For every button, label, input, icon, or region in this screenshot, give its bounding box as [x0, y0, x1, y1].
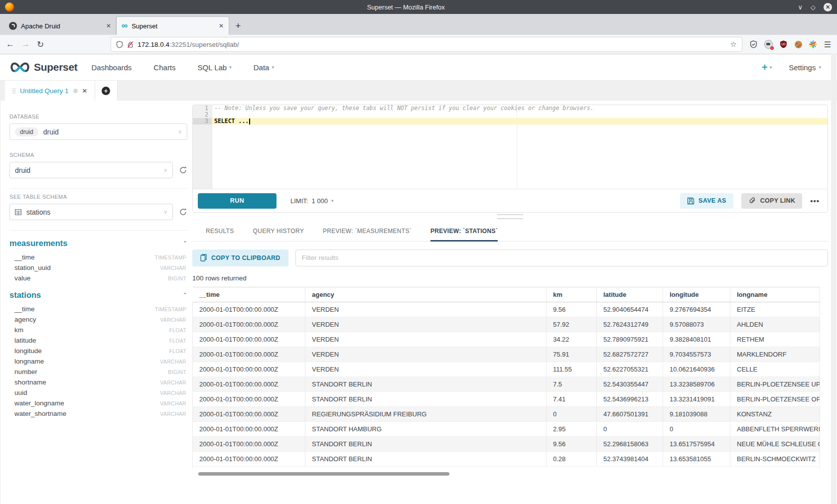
superset-brand: Superset [34, 61, 77, 73]
table-row[interactable]: 2000-01-01T00:00:00.000Z STANDORT BERLIN… [193, 436, 820, 451]
nav-dashboards[interactable]: Dashboards [91, 63, 132, 72]
table-row[interactable]: 2000-01-01T00:00:00.000Z VERDEN 57.92 52… [193, 317, 820, 332]
page-scrollbar-track[interactable] [831, 53, 837, 504]
pinwheel-extension-icon[interactable] [809, 40, 818, 49]
browser-tab-apache-druid[interactable]: Apache Druid ✕ [4, 17, 117, 35]
cell-latitude: 52.7890975921 [597, 332, 663, 347]
table-row[interactable]: 2000-01-01T00:00:00.000Z VERDEN 75.91 52… [193, 347, 820, 362]
cell-time: 2000-01-01T00:00:00.000Z [193, 377, 305, 391]
cell-latitude: 52.5436996213 [597, 391, 663, 406]
column-header[interactable]: latitude [597, 287, 663, 302]
collapse-chevron-icon[interactable]: ⌃ [183, 240, 187, 247]
column-header[interactable]: km [547, 287, 597, 302]
cookie-extension-icon[interactable] [794, 40, 803, 49]
ublock-extension-icon[interactable]: U0 [779, 40, 788, 49]
cell-longname: NEUE MÜHLE SCHLEUSE OP [730, 436, 820, 451]
pane-splitter[interactable] [192, 213, 828, 221]
tab-close-icon[interactable]: ✕ [219, 22, 224, 29]
table-select[interactable]: stations ∨ [9, 204, 173, 220]
mask-extension-icon[interactable]: x [764, 40, 773, 49]
clipped-table-row [192, 467, 820, 469]
column-row: shortname VARCHAR [14, 377, 186, 387]
table-stations-heading[interactable]: stations [9, 290, 183, 300]
run-button[interactable]: RUN [198, 193, 277, 209]
horizontal-scrollbar[interactable] [192, 472, 828, 477]
sql-editor[interactable]: 1 -- Note: Unless you save your query, t… [193, 105, 828, 189]
tab-results[interactable]: RESULTS [206, 228, 234, 241]
table-row[interactable]: 2000-01-01T00:00:00.000Z VERDEN 34.22 52… [193, 332, 820, 347]
tab-preview-measurements[interactable]: PREVIEW: `MEASUREMENTS` [323, 228, 412, 241]
add-query-tab-button[interactable]: + [95, 81, 118, 101]
tracking-shield-icon[interactable] [116, 41, 123, 48]
copy-link-button[interactable]: COPY LINK [741, 193, 803, 209]
column-type: VARCHAR [160, 359, 186, 365]
column-header[interactable]: longname [730, 287, 820, 302]
nav-charts[interactable]: Charts [153, 63, 175, 72]
refresh-tables-icon[interactable] [179, 208, 187, 216]
privacy-shield-extension-icon[interactable] [749, 40, 758, 49]
scrollbar-thumb[interactable] [198, 472, 449, 476]
table-row[interactable]: 2000-01-01T00:00:00.000Z STANDORT BERLIN… [193, 391, 820, 406]
cell-latitude: 52.6827572727 [597, 347, 663, 362]
window-maximize-icon[interactable]: ◇ [811, 3, 816, 11]
table-row[interactable]: 2000-01-01T00:00:00.000Z REGIERUNGSPRÄSI… [193, 406, 820, 421]
cell-km: 0.28 [547, 451, 597, 466]
column-row: uuid VARCHAR [14, 387, 186, 398]
table-row[interactable]: 2000-01-01T00:00:00.000Z VERDEN 111.55 5… [193, 362, 820, 377]
reload-button[interactable]: ↻ [37, 39, 44, 50]
table-row[interactable]: 2000-01-01T00:00:00.000Z VERDEN 9.56 52.… [193, 302, 820, 317]
column-type: TIMESTAMP [155, 306, 186, 312]
cell-agency: REGIERUNGSPRÄSIDIUM FREIBURG [305, 406, 547, 421]
database-select[interactable]: druid druid ∨ [9, 124, 187, 140]
column-name: uuid [14, 389, 160, 396]
hamburger-menu-icon[interactable]: ☰ [824, 40, 831, 49]
column-header[interactable]: longitude [663, 287, 730, 302]
url-bar[interactable]: 172.18.0.4:32251/superset/sqllab/ ☆ [111, 37, 742, 52]
plus-icon: + [762, 63, 768, 72]
column-type: VARCHAR [160, 317, 186, 323]
superset-logo[interactable]: Superset [9, 61, 77, 73]
browser-tab-superset[interactable]: ∞ Superset ✕ [117, 17, 229, 35]
cell-longitude: 9.2767694354 [663, 302, 730, 317]
chevron-down-icon: ▾ [819, 65, 821, 70]
table-measurements-heading[interactable]: measurements [9, 239, 183, 248]
schema-select[interactable]: druid ∨ [9, 162, 173, 178]
database-value: druid [43, 128, 173, 136]
window-minimize-icon[interactable]: ∨ [798, 3, 803, 11]
forward-button[interactable]: → [21, 39, 30, 49]
nav-data[interactable]: Data▾ [254, 63, 274, 72]
circle-plus-icon: + [102, 87, 110, 95]
tab-query-history[interactable]: QUERY HISTORY [253, 228, 304, 241]
tab-preview-stations[interactable]: PREVIEW: `STATIONS` [430, 228, 498, 242]
column-type: VARCHAR [160, 265, 186, 271]
new-tab-button[interactable]: + [231, 18, 246, 33]
window-close-icon[interactable]: ✕ [824, 3, 832, 11]
cell-longitude: 13.3231419091 [663, 391, 730, 406]
settings-menu[interactable]: Settings▾ [789, 63, 821, 72]
column-header[interactable]: agency [305, 287, 547, 302]
copy-to-clipboard-button[interactable]: COPY TO CLIPBOARD [192, 250, 288, 266]
browser-toolbar: ← → ↻ 172.18.0.4:32251/superset/sqllab/ … [0, 35, 837, 54]
tab-close-icon[interactable]: ✕ [106, 22, 111, 29]
column-row: agency VARCHAR [14, 314, 186, 325]
save-as-button[interactable]: SAVE AS [680, 193, 733, 209]
drag-handle-icon[interactable]: ⣿ [12, 88, 15, 94]
table-row[interactable]: 2000-01-01T00:00:00.000Z STANDORT BERLIN… [193, 377, 820, 391]
nav-sql-lab[interactable]: SQL Lab▾ [198, 63, 232, 72]
back-button[interactable]: ← [6, 39, 14, 49]
column-header[interactable]: __time [193, 287, 305, 302]
refresh-schema-icon[interactable] [179, 166, 187, 174]
add-new-button[interactable]: +▾ [762, 63, 772, 72]
filter-results-input[interactable] [295, 250, 828, 266]
table-row[interactable]: 2000-01-01T00:00:00.000Z STANDORT HAMBUR… [193, 421, 820, 436]
cell-time: 2000-01-01T00:00:00.000Z [193, 391, 305, 406]
cell-agency: STANDORT BERLIN [305, 377, 547, 391]
insecure-lock-icon[interactable] [127, 41, 134, 48]
bookmark-star-icon[interactable]: ☆ [730, 40, 736, 49]
more-actions-button[interactable]: ••• [807, 197, 823, 205]
table-row[interactable]: 2000-01-01T00:00:00.000Z STANDORT BERLIN… [193, 451, 820, 466]
collapse-chevron-icon[interactable]: ⌃ [183, 292, 187, 298]
query-tab-untitled-query-1[interactable]: ⣿ Untitled Query 1 ✕ [5, 81, 95, 101]
query-tab-close-icon[interactable]: ✕ [82, 87, 88, 95]
limit-dropdown[interactable]: LIMIT: 1 000 ▾ [290, 197, 333, 205]
